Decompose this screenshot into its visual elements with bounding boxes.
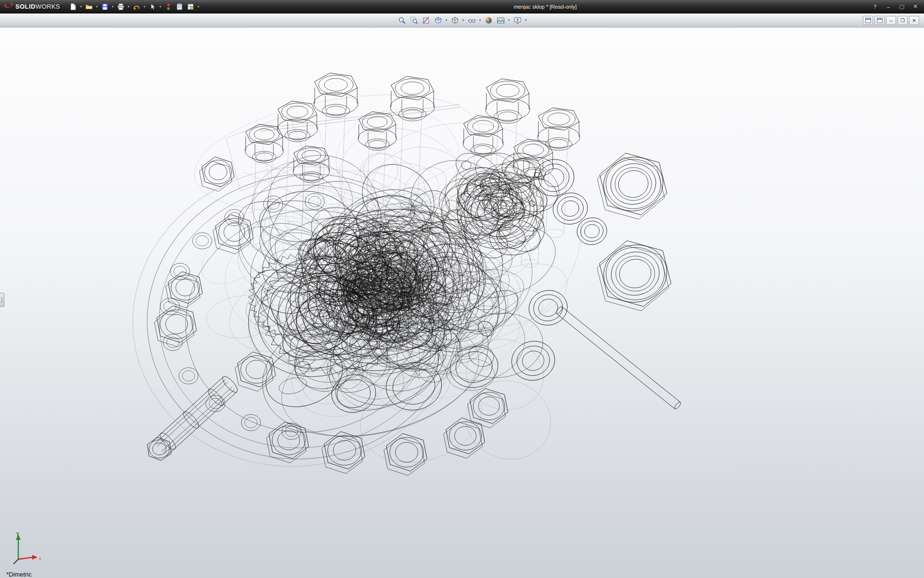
options-dropdown[interactable]: ▾	[196, 5, 201, 9]
display-style-dropdown[interactable]: ▾	[461, 18, 465, 22]
close-document-button[interactable]: ✕	[909, 16, 919, 25]
document-window-button-a[interactable]	[863, 16, 873, 25]
graphics-viewport[interactable]: Y x *Dimetric	[0, 27, 924, 578]
select-button[interactable]	[147, 1, 158, 12]
close-window-button[interactable]: ✕	[910, 2, 921, 11]
hide-show-items-dropdown[interactable]: ▾	[478, 18, 482, 22]
view-settings-button[interactable]	[512, 15, 523, 26]
orientation-triad: Y x	[9, 529, 47, 571]
open-document-dropdown[interactable]: ▾	[95, 5, 99, 9]
save-button[interactable]	[100, 1, 110, 12]
maximize-window-button[interactable]: ▢	[896, 2, 908, 11]
hide-show-items-button[interactable]	[466, 15, 477, 26]
view-orientation-label: *Dimetric	[6, 571, 32, 578]
triad-x-label: x	[39, 556, 41, 561]
window-controls: ?–▢✕	[869, 0, 921, 13]
undo-dropdown[interactable]: ▾	[142, 5, 147, 9]
view-toolbar: ▾▾▾▾▾	[396, 15, 528, 26]
document-window-button-b[interactable]	[874, 16, 885, 25]
undo-button[interactable]	[131, 1, 142, 12]
help-button[interactable]: ?	[869, 2, 881, 11]
view-toolbar-row: ▾▾▾▾▾ –❐✕	[0, 13, 924, 27]
new-document-button[interactable]	[68, 1, 78, 12]
document-window-controls: –❐✕	[863, 16, 919, 25]
triad-y-label: Y	[16, 531, 20, 537]
logo-text: SOLIDWORKS	[15, 3, 60, 10]
view-settings-dropdown[interactable]: ▾	[524, 18, 528, 22]
zoom-to-area-button[interactable]	[408, 15, 420, 26]
main-toolbar: ▾▾▾▾▾▾▾	[65, 1, 201, 12]
minimize-document-button[interactable]: –	[886, 16, 896, 25]
file-properties-button[interactable]	[174, 1, 185, 12]
document-title: menjac sklop * [Read-only]	[513, 4, 577, 10]
app-titlebar: SOLIDWORKS ▾▾▾▾▾▾▾ menjac sklop * [Read-…	[0, 0, 924, 13]
print-dropdown[interactable]: ▾	[127, 5, 131, 9]
view-orientation-button[interactable]	[432, 15, 444, 26]
apply-scene-button[interactable]	[495, 15, 506, 26]
select-dropdown[interactable]: ▾	[158, 5, 163, 9]
solidworks-logo: SOLIDWORKS	[0, 2, 65, 12]
zoom-to-fit-button[interactable]	[396, 15, 408, 26]
panel-splitter-handle[interactable]	[0, 293, 4, 307]
minimize-window-button[interactable]: –	[883, 2, 894, 11]
restore-document-button[interactable]: ❐	[898, 16, 908, 25]
model-wireframe	[0, 27, 924, 578]
save-dropdown[interactable]: ▾	[111, 5, 115, 9]
view-orientation-dropdown[interactable]: ▾	[444, 18, 449, 22]
open-document-button[interactable]	[84, 1, 94, 12]
display-style-button[interactable]	[449, 15, 461, 26]
triad-x-axis	[18, 557, 33, 559]
rebuild-button[interactable]	[163, 1, 174, 12]
new-document-dropdown[interactable]: ▾	[79, 5, 83, 9]
triad-z-axis	[13, 559, 18, 564]
dassault-swirl-icon	[4, 2, 13, 12]
edit-appearance-button[interactable]	[483, 15, 494, 26]
section-view-button[interactable]	[420, 15, 432, 26]
options-button[interactable]	[185, 1, 196, 12]
apply-scene-dropdown[interactable]: ▾	[507, 18, 511, 22]
print-button[interactable]	[116, 1, 126, 12]
